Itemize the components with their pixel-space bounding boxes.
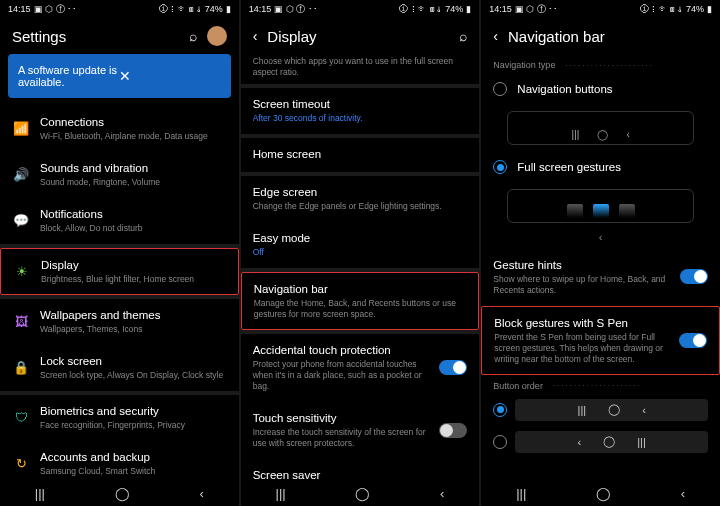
item-icon: ↻ xyxy=(12,454,30,472)
display-list: Screen timeout After 30 seconds of inact… xyxy=(241,88,480,480)
item-label: Sounds and vibration xyxy=(40,161,227,176)
radio-icon[interactable] xyxy=(493,82,507,96)
navigation-bar-screen: 14:15 ▣ ⬡ ⓕ ･･ ⓘ ⋮ ᯤ ▥ ⫰ 74% ▮ ‹ Navigat… xyxy=(481,0,720,506)
status-bar: 14:15 ▣ ⬡ ⓕ ･･ ⓘ ⋮ ᯤ ▥ ⫰ 74% ▮ xyxy=(481,0,720,18)
dotted-line: ····················· xyxy=(565,61,654,70)
item-label: Accounts and backup xyxy=(40,450,227,465)
item-icon: 🖼 xyxy=(12,312,30,330)
section-nav-type: Navigation type ····················· xyxy=(481,54,720,73)
search-icon[interactable]: ⌕ xyxy=(459,28,467,44)
item-sub: Samsung Cloud, Smart Switch xyxy=(40,466,227,477)
button-order-option-2[interactable]: ‹ ◯ ||| xyxy=(481,426,720,458)
status-left-icons: ▣ ⬡ ⓕ ･･ xyxy=(34,5,78,14)
item-icon: 📶 xyxy=(12,119,30,137)
status-battery: 74% xyxy=(445,4,463,14)
option-full-screen-gestures[interactable]: Full screen gestures xyxy=(481,151,720,185)
settings-item-display[interactable]: ☀ Display Brightness, Blue light filter,… xyxy=(0,248,239,295)
banner-text: A software update is available. xyxy=(18,64,119,88)
order-preview: ||| ◯ ‹ xyxy=(515,399,708,421)
close-icon[interactable]: ✕ xyxy=(119,68,220,84)
back-button[interactable]: ‹ xyxy=(681,486,685,501)
gesture-hints-toggle[interactable] xyxy=(680,269,708,284)
item-sub: Protect your phone from accidental touch… xyxy=(253,359,430,392)
radio-icon[interactable] xyxy=(493,403,507,417)
status-left-icons: ▣ ⬡ ⓕ ･･ xyxy=(274,5,318,14)
item-label: Connections xyxy=(40,115,227,130)
item-label: Screen timeout xyxy=(253,97,468,112)
item-icon: 🔊 xyxy=(12,165,30,183)
settings-item-sounds-and-vibration[interactable]: 🔊 Sounds and vibration Sound mode, Ringt… xyxy=(0,152,239,198)
recents-icon: ||| xyxy=(572,129,580,140)
item-sub: After 30 seconds of inactivity. xyxy=(253,113,468,124)
item-label: Accidental touch protection xyxy=(253,343,430,358)
item-label: Edge screen xyxy=(253,185,468,200)
chevron-down-icon[interactable]: ‹ xyxy=(481,229,720,249)
recents-button[interactable]: ||| xyxy=(516,486,526,501)
system-navbar: ||| ◯ ‹ xyxy=(241,480,480,506)
item-icon: ☀ xyxy=(13,262,31,280)
home-button[interactable]: ◯ xyxy=(596,486,611,501)
settings-header: Settings ⌕ xyxy=(0,18,239,54)
status-right-icons: ⓘ ⋮ ᯤ ▥ ⫰ xyxy=(640,5,683,14)
section-button-order: Button order ····················· xyxy=(481,375,720,394)
recents-button[interactable]: ||| xyxy=(276,486,286,501)
item-label: Wallpapers and themes xyxy=(40,308,227,323)
item-icon: 🔒 xyxy=(12,358,30,376)
header-note: Choose which apps you want to use in the… xyxy=(241,54,480,84)
settings-item-accounts-and-backup[interactable]: ↻ Accounts and backup Samsung Cloud, Sma… xyxy=(0,441,239,480)
status-right-icons: ⓘ ⋮ ᯤ ▥ ⫰ xyxy=(159,5,202,14)
back-icon[interactable]: ‹ xyxy=(493,28,498,44)
option-navigation-buttons[interactable]: Navigation buttons xyxy=(481,73,720,107)
settings-item-biometrics-and-security[interactable]: 🛡 Biometrics and security Face recogniti… xyxy=(0,395,239,441)
status-right-icons: ⓘ ⋮ ᯤ ▥ ⫰ xyxy=(399,5,442,14)
display-item-screen-saver[interactable]: Screen saver Show a screen saver after t… xyxy=(241,459,480,480)
item-label: Navigation bar xyxy=(254,282,467,297)
display-item-easy-mode[interactable]: Easy mode Off xyxy=(241,222,480,268)
toggle[interactable] xyxy=(439,423,467,438)
item-label: Home screen xyxy=(253,147,468,162)
radio-icon[interactable] xyxy=(493,435,507,449)
back-button[interactable]: ‹ xyxy=(199,486,203,501)
display-item-navigation-bar[interactable]: Navigation bar Manage the Home, Back, an… xyxy=(241,272,480,330)
item-label: Lock screen xyxy=(40,354,227,369)
display-screen: 14:15 ▣ ⬡ ⓕ ･･ ⓘ ⋮ ᯤ ▥ ⫰ 74% ▮ ‹ Display… xyxy=(241,0,480,506)
gesture-bar-active xyxy=(593,204,609,218)
item-icon: 🛡 xyxy=(12,408,30,426)
back-icon[interactable]: ‹ xyxy=(253,28,258,44)
item-sub: Manage the Home, Back, and Recents butto… xyxy=(254,298,467,320)
block-spen-row[interactable]: Block gestures with S Pen Prevent the S … xyxy=(481,306,720,375)
settings-item-connections[interactable]: 📶 Connections Wi-Fi, Bluetooth, Airplane… xyxy=(0,106,239,152)
item-sub: Screen lock type, Always On Display, Clo… xyxy=(40,370,227,381)
display-item-edge-screen[interactable]: Edge screen Change the Edge panels or Ed… xyxy=(241,176,480,222)
block-spen-toggle[interactable] xyxy=(679,333,707,348)
item-label: Biometrics and security xyxy=(40,404,227,419)
settings-item-notifications[interactable]: 💬 Notifications Block, Allow, Do not dis… xyxy=(0,198,239,244)
display-item-home-screen[interactable]: Home screen xyxy=(241,138,480,172)
battery-icon: ▮ xyxy=(466,4,471,14)
settings-item-lock-screen[interactable]: 🔒 Lock screen Screen lock type, Always O… xyxy=(0,345,239,391)
gestures-preview xyxy=(507,189,694,223)
button-order-option-1[interactable]: ||| ◯ ‹ xyxy=(481,394,720,426)
item-label: Easy mode xyxy=(253,231,468,246)
system-navbar: ||| ◯ ‹ xyxy=(0,480,239,506)
display-item-screen-timeout[interactable]: Screen timeout After 30 seconds of inact… xyxy=(241,88,480,134)
status-battery: 74% xyxy=(205,4,223,14)
display-item-accidental-touch-protection[interactable]: Accidental touch protection Protect your… xyxy=(241,334,480,402)
gesture-hints-row[interactable]: Gesture hints Show where to swipe up for… xyxy=(481,249,720,306)
item-sub: Wallpapers, Themes, Icons xyxy=(40,324,227,335)
back-button[interactable]: ‹ xyxy=(440,486,444,501)
dotted-line: ····················· xyxy=(553,381,642,390)
display-item-touch-sensitivity[interactable]: Touch sensitivity Increase the touch sen… xyxy=(241,402,480,459)
settings-list: 📶 Connections Wi-Fi, Bluetooth, Airplane… xyxy=(0,106,239,480)
toggle[interactable] xyxy=(439,360,467,375)
item-sub: Block, Allow, Do not disturb xyxy=(40,223,227,234)
radio-icon[interactable] xyxy=(493,160,507,174)
home-button[interactable]: ◯ xyxy=(355,486,370,501)
search-icon[interactable]: ⌕ xyxy=(189,28,197,44)
update-banner[interactable]: A software update is available. ✕ xyxy=(8,54,231,98)
recents-button[interactable]: ||| xyxy=(35,486,45,501)
home-button[interactable]: ◯ xyxy=(115,486,130,501)
profile-avatar[interactable] xyxy=(207,26,227,46)
home-icon: ◯ xyxy=(597,129,608,140)
settings-item-wallpapers-and-themes[interactable]: 🖼 Wallpapers and themes Wallpapers, Them… xyxy=(0,299,239,345)
